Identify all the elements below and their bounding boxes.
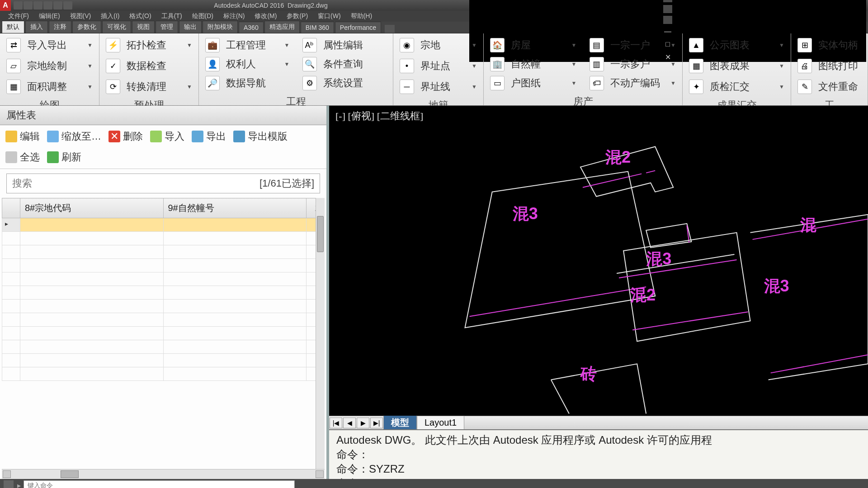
chevron-down-icon[interactable]: ▼ [87,63,93,69]
rb-public-chart[interactable]: ▲公示图表▼ [687,36,786,54]
scroll-left-icon[interactable] [3,470,11,478]
model-viewport[interactable]: 混2 混3 混3 混2 混3 混 [329,127,868,416]
menu-insert[interactable]: 插入(I) [96,11,124,21]
qat-undo-icon[interactable] [43,1,52,9]
rb-realestate-code[interactable]: 🏷不动产编码▼ [588,74,678,92]
tab-view[interactable]: 视图 [132,21,155,33]
rb-parcel[interactable]: ◉宗地▼ [398,36,479,54]
search-input[interactable] [7,178,254,189]
tab-featured[interactable]: 精选应用 [264,21,300,33]
rb-cond-query[interactable]: 🔍条件查询 [301,55,389,73]
tb-import[interactable]: 导入 [150,130,184,143]
menu-edit[interactable]: 编辑(E) [34,11,65,21]
rb-file-rename[interactable]: ✎文件重命 [796,78,863,96]
tb-edit[interactable]: 编辑 [5,130,40,143]
viewport-label[interactable]: [-] [俯视] [二维线框] [329,106,868,127]
tb-export-template[interactable]: 导出模版 [233,130,288,143]
cloud-icon[interactable] [663,5,672,13]
vertical-scrollbar[interactable] [316,198,325,469]
scroll-thumb[interactable] [61,470,79,478]
scroll-right-icon[interactable] [316,470,324,478]
menu-window[interactable]: 窗口(W) [313,11,345,21]
rb-topo-check[interactable]: ⚡拓扑检查▼ [104,36,194,54]
chevron-down-icon[interactable]: ▼ [187,42,192,48]
chevron-down-icon[interactable]: ▼ [472,63,477,69]
tab-visualize[interactable]: 可视化 [102,21,131,33]
tab-parametric[interactable]: 参数化 [72,21,101,33]
layout-nav-last-icon[interactable]: ▶| [370,418,383,428]
rb-area-adjust[interactable]: ▦面积调整▼ [5,78,94,96]
qat-open-icon[interactable] [24,1,33,9]
rb-data-check[interactable]: ✓数据检查 [104,57,194,75]
chevron-down-icon[interactable]: ▼ [779,84,784,90]
chevron-down-icon[interactable]: ▼ [670,80,676,86]
menu-dim[interactable]: 标注(N) [219,11,249,21]
chevron-down-icon[interactable]: ▼ [779,42,784,48]
menu-modify[interactable]: 修改(M) [250,11,281,21]
menu-tools[interactable]: 工具(T) [157,11,187,21]
command-prompt-icon[interactable] [4,480,14,488]
rb-rights-holder[interactable]: 👤权利人▼ [203,55,292,73]
help-icon[interactable] [663,16,672,24]
menu-file[interactable]: 文件(F) [4,11,33,21]
exchange-icon[interactable] [663,0,672,2]
chevron-down-icon[interactable]: ▼ [779,63,784,69]
layout-nav-prev-icon[interactable]: ◀ [343,418,356,428]
chevron-down-icon[interactable]: ▼ [284,42,290,48]
table-row[interactable] [2,245,325,259]
chevron-down-icon[interactable]: ▼ [571,61,577,67]
chevron-down-icon[interactable]: ▼ [670,61,676,67]
table-row[interactable] [2,286,325,300]
tab-annotate[interactable]: 注释 [49,21,71,33]
rb-unit-drawing[interactable]: ▭户图纸▼ [488,74,579,92]
layout-tab-layout1[interactable]: Layout1 [417,416,464,430]
chevron-down-icon[interactable]: ▼ [284,61,290,67]
rb-boundary-pt[interactable]: •界址点▼ [398,57,479,75]
rb-one-one[interactable]: ▤一宗一户▼ [588,36,678,54]
tab-performance[interactable]: Performance [335,22,381,33]
rb-sys-settings[interactable]: ⚙系统设置 [301,74,389,92]
ribbon-collapse-icon[interactable] [385,25,395,33]
chevron-down-icon[interactable]: ▼ [87,42,93,48]
tab-bim360[interactable]: BIM 360 [301,22,334,33]
menu-help[interactable]: 帮助(H) [346,11,377,21]
rb-house[interactable]: 🏠房屋▼ [488,36,579,54]
tab-manage[interactable]: 管理 [156,21,178,33]
tab-a360[interactable]: A360 [239,22,264,33]
rb-attr-edit[interactable]: Aᵇ属性编辑 [301,36,389,54]
rb-qc-submit[interactable]: ✦质检汇交▼ [687,78,786,96]
layout-nav-first-icon[interactable]: |◀ [330,418,342,428]
qat-new-icon[interactable] [14,1,23,9]
chevron-down-icon[interactable]: ▼ [472,42,477,48]
chevron-down-icon[interactable]: ▼ [87,84,93,90]
rb-parcel-draw[interactable]: ▱宗地绘制▼ [5,57,94,75]
table-row[interactable] [2,259,325,272]
qat-more-icon[interactable] [63,1,72,9]
table-row[interactable] [2,340,325,354]
menu-view[interactable]: 视图(V) [66,11,96,21]
qat-save-icon[interactable] [33,1,42,9]
table-row[interactable] [2,367,325,381]
table-row[interactable] [2,232,325,245]
table-row[interactable] [2,313,325,327]
table-row[interactable] [2,300,325,313]
chevron-down-icon[interactable]: ▼ [187,84,192,90]
rb-chart-result[interactable]: ▦图表成果▼ [687,57,786,75]
menu-param[interactable]: 参数(P) [282,11,312,21]
rb-convert-clean[interactable]: ⟳转换清理▼ [104,78,194,96]
tb-delete[interactable]: ✕删除 [108,130,143,143]
table-row[interactable] [2,354,325,367]
rb-one-many[interactable]: ▥一宗多户▼ [588,55,678,73]
layout-tab-model[interactable]: 模型 [383,415,417,431]
table-row[interactable] [2,218,325,232]
chevron-down-icon[interactable]: ▼ [472,84,477,90]
rb-print[interactable]: 🖨图纸打印 [796,57,863,75]
rb-building[interactable]: 🏢自然幢▼ [488,55,579,73]
col-rowhead[interactable] [2,198,20,218]
rb-boundary-line[interactable]: ─界址线▼ [398,78,479,96]
qat-redo-icon[interactable] [53,1,62,9]
rb-import-export[interactable]: ⇄导入导出▼ [5,36,94,54]
tab-output[interactable]: 输出 [179,21,202,33]
command-input[interactable] [24,480,295,488]
menu-format[interactable]: 格式(O) [125,11,156,21]
